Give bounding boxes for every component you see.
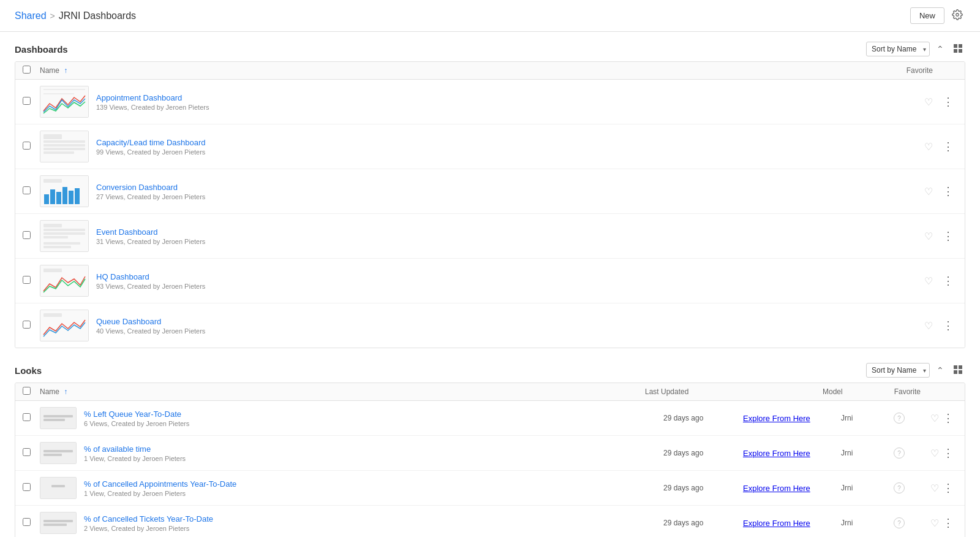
help-icon[interactable]: ? — [894, 482, 905, 493]
svg-rect-18 — [56, 192, 61, 204]
row-info: Appointment Dashboard 139 Views, Created… — [96, 93, 896, 111]
row-favorite: ♡ — [908, 482, 939, 494]
more-options-icon[interactable]: ⋮ — [939, 94, 957, 109]
dashboard-title[interactable]: Appointment Dashboard — [96, 93, 896, 102]
favorite-heart-icon[interactable]: ♡ — [930, 413, 939, 424]
more-options-icon[interactable]: ⋮ — [939, 411, 957, 425]
more-options-icon[interactable]: ⋮ — [939, 229, 957, 243]
svg-rect-28 — [43, 246, 71, 248]
dashboard-title[interactable]: Conversion Dashboard — [96, 183, 896, 192]
more-options-icon[interactable]: ⋮ — [939, 318, 957, 333]
svg-rect-37 — [40, 408, 76, 428]
select-all-dashboards[interactable] — [23, 66, 31, 74]
dashboards-collapse-button[interactable]: ⌃ — [933, 42, 947, 56]
looks-collapse-button[interactable]: ⌃ — [933, 364, 947, 377]
row-checkbox[interactable] — [23, 413, 40, 423]
look-title[interactable]: % Left Queue Year-To-Date — [84, 409, 663, 419]
breadcrumb-shared-link[interactable]: Shared — [15, 10, 47, 21]
favorite-heart-icon[interactable]: ♡ — [924, 321, 933, 331]
dashboard-thumbnail — [40, 175, 89, 207]
look-title[interactable]: % of Cancelled Tickets Year-To-Date — [84, 514, 663, 524]
svg-rect-4 — [959, 49, 962, 53]
svg-rect-27 — [43, 242, 80, 245]
favorite-heart-icon[interactable]: ♡ — [924, 142, 933, 152]
svg-rect-13 — [43, 151, 74, 154]
row-checkbox[interactable] — [23, 231, 40, 241]
look-title[interactable]: % of Cancelled Appointments Year-To-Date — [84, 479, 663, 489]
explore-from-here-link[interactable]: Explore From Here — [743, 414, 810, 423]
explore-from-here-link[interactable]: Explore From Here — [743, 449, 810, 458]
row-checkbox[interactable] — [23, 97, 40, 107]
looks-name-col: Name ↑ — [40, 387, 645, 396]
dashboards-grid-button[interactable] — [951, 42, 965, 56]
looks-col-header: Name ↑ Last Updated Model Favorite — [15, 383, 965, 401]
look-title[interactable]: % of available time — [84, 444, 663, 454]
dashboard-meta: 31 Views, Created by Jeroen Pieters — [96, 238, 896, 245]
help-icon[interactable]: ? — [894, 517, 905, 528]
gear-icon-button[interactable] — [949, 7, 965, 25]
row-explore: Explore From Here — [743, 449, 841, 458]
dashboard-title[interactable]: Capacity/Lead time Dashboard — [96, 138, 896, 147]
row-checkbox[interactable] — [23, 276, 40, 286]
row-help: ? — [890, 413, 908, 424]
row-actions: ⋮ — [933, 229, 957, 243]
grid-icon — [954, 44, 962, 53]
favorite-heart-icon[interactable]: ♡ — [924, 97, 933, 107]
favorite-heart-icon[interactable]: ♡ — [930, 518, 939, 528]
look-meta: 1 View, Created by Jeroen Pieters — [84, 490, 663, 497]
look-thumbnail — [40, 442, 77, 464]
gear-icon — [952, 9, 963, 20]
row-checkbox[interactable] — [23, 186, 40, 196]
row-checkbox[interactable] — [23, 518, 40, 528]
svg-rect-32 — [43, 313, 62, 317]
looks-controls: Sort by Name Sort by Date Sort by Views … — [866, 363, 965, 378]
dashboard-title[interactable]: Event Dashboard — [96, 227, 896, 237]
favorite-heart-icon[interactable]: ♡ — [924, 276, 933, 286]
favorite-heart-icon[interactable]: ♡ — [924, 186, 933, 197]
dashboard-meta: 27 Views, Created by Jeroen Pieters — [96, 193, 896, 200]
dashboard-thumbnail — [40, 86, 89, 118]
row-checkbox[interactable] — [23, 142, 40, 151]
dashboards-sort-wrapper: Sort by Name Sort by Date Sort by Views — [866, 42, 930, 56]
header-checkbox-col — [23, 387, 40, 397]
explore-from-here-link[interactable]: Explore From Here — [743, 519, 810, 528]
row-favorite: ♡ — [896, 186, 933, 197]
select-all-looks[interactable] — [23, 387, 31, 395]
more-options-icon[interactable]: ⋮ — [939, 516, 957, 530]
svg-rect-46 — [43, 520, 73, 522]
table-row: % of Cancelled Appointments Year-To-Date… — [15, 471, 965, 506]
looks-table: Name ↑ Last Updated Model Favorite % Lef… — [15, 383, 965, 537]
header: Shared > JRNI Dashboards New — [0, 0, 980, 32]
looks-grid-button[interactable] — [951, 364, 965, 378]
help-icon[interactable]: ? — [894, 413, 905, 424]
row-checkbox[interactable] — [23, 321, 40, 330]
more-options-icon[interactable]: ⋮ — [939, 184, 957, 199]
favorite-heart-icon[interactable]: ♡ — [930, 483, 939, 493]
dashboard-title[interactable]: Queue Dashboard — [96, 317, 896, 326]
more-options-icon[interactable]: ⋮ — [939, 481, 957, 495]
explore-from-here-link[interactable]: Explore From Here — [743, 484, 810, 493]
svg-rect-35 — [954, 370, 957, 374]
row-model: Jrni — [841, 519, 890, 527]
row-last-updated: 29 days ago — [663, 414, 743, 422]
favorite-heart-icon[interactable]: ♡ — [924, 231, 933, 242]
more-options-icon[interactable]: ⋮ — [939, 273, 957, 288]
more-options-icon[interactable]: ⋮ — [939, 446, 957, 460]
favorite-heart-icon[interactable]: ♡ — [930, 448, 939, 459]
header-actions: New — [910, 7, 965, 25]
table-row: Appointment Dashboard 139 Views, Created… — [15, 80, 965, 124]
table-row: % of available time 1 View, Created by J… — [15, 436, 965, 471]
dashboards-sort-select[interactable]: Sort by Name Sort by Date Sort by Views — [866, 42, 930, 56]
help-icon[interactable]: ? — [894, 448, 905, 459]
row-actions: ⋮ — [939, 446, 957, 460]
row-favorite: ♡ — [896, 141, 933, 153]
row-checkbox[interactable] — [23, 483, 40, 493]
more-options-icon[interactable]: ⋮ — [939, 139, 957, 154]
svg-rect-20 — [69, 191, 74, 204]
dashboard-title[interactable]: HQ Dashboard — [96, 272, 896, 281]
row-checkbox[interactable] — [23, 448, 40, 458]
new-button[interactable]: New — [910, 7, 944, 24]
table-row: % Left Queue Year-To-Date 6 Views, Creat… — [15, 401, 965, 436]
looks-sort-select[interactable]: Sort by Name Sort by Date Sort by Views — [866, 363, 930, 378]
looks-title: Looks — [15, 365, 42, 376]
